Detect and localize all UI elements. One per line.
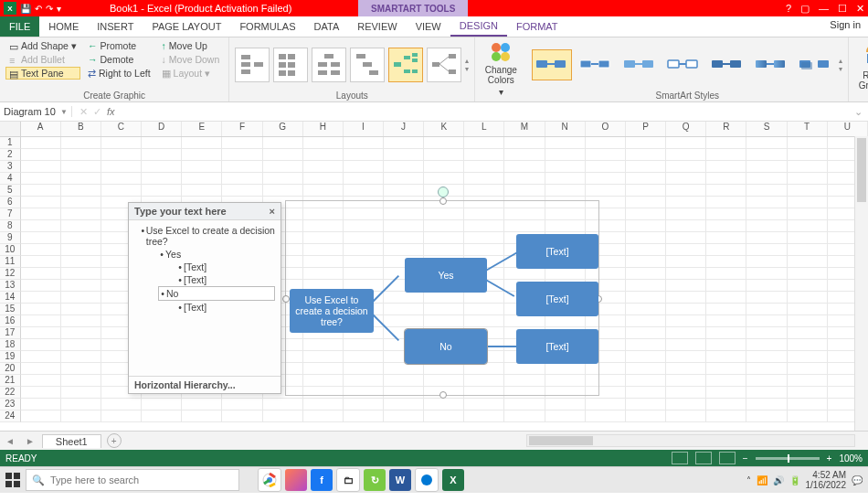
taskbar-clock[interactable]: 4:52 AM1/16/2022: [806, 470, 847, 490]
cell[interactable]: [746, 410, 787, 422]
cell[interactable]: [21, 327, 61, 339]
cell[interactable]: [21, 137, 61, 149]
cell[interactable]: [222, 161, 262, 173]
cell[interactable]: [706, 304, 746, 315]
cell[interactable]: [21, 232, 61, 244]
cell[interactable]: [666, 268, 706, 280]
cell[interactable]: [746, 292, 787, 304]
cell[interactable]: [61, 280, 101, 292]
cell[interactable]: [344, 137, 384, 149]
cell[interactable]: [504, 410, 545, 422]
style-option-1-selected[interactable]: [532, 49, 572, 80]
smartart-root-node[interactable]: Use Excel to create a decision tree?: [290, 289, 374, 333]
cell[interactable]: [21, 315, 61, 327]
tab-formulas[interactable]: FORMULAS: [230, 16, 304, 37]
cell[interactable]: [746, 161, 787, 173]
cell[interactable]: [303, 410, 344, 422]
cell[interactable]: [142, 173, 182, 185]
cell[interactable]: [626, 304, 666, 315]
cell[interactable]: [61, 410, 101, 422]
cell[interactable]: [626, 185, 666, 197]
cell[interactable]: [61, 149, 101, 161]
cell[interactable]: [303, 185, 344, 197]
cell[interactable]: [504, 173, 545, 185]
column-header[interactable]: N: [545, 122, 586, 136]
column-header[interactable]: H: [303, 122, 344, 136]
cell[interactable]: [586, 149, 626, 161]
cancel-formula-icon[interactable]: ✕: [79, 106, 88, 118]
smartart-diagram[interactable]: Use Excel to create a decision tree? Yes…: [285, 200, 599, 396]
cell[interactable]: [21, 208, 61, 220]
cell[interactable]: [424, 161, 464, 173]
cell[interactable]: [626, 149, 666, 161]
cell[interactable]: [344, 410, 384, 422]
task-folder-icon[interactable]: 🗀: [336, 468, 360, 492]
cell[interactable]: [788, 232, 828, 244]
cell[interactable]: [344, 399, 384, 410]
cell[interactable]: [222, 399, 262, 410]
resize-handle[interactable]: [282, 295, 290, 303]
cell[interactable]: [788, 363, 828, 375]
cell[interactable]: [344, 185, 384, 197]
cell[interactable]: [706, 292, 746, 304]
cell[interactable]: [384, 410, 424, 422]
style-option-6[interactable]: [751, 49, 791, 80]
taskbar-search[interactable]: 🔍Type here to search: [26, 469, 239, 491]
cell[interactable]: [706, 339, 746, 351]
cell[interactable]: [788, 375, 828, 387]
cell[interactable]: [545, 149, 586, 161]
demote-button[interactable]: →Demote: [84, 53, 154, 66]
cell[interactable]: [788, 280, 828, 292]
text-pane-item[interactable]: •[Text]: [176, 273, 275, 286]
cell[interactable]: [626, 399, 666, 410]
tab-view[interactable]: VIEW: [407, 16, 450, 37]
row-header[interactable]: 14: [0, 292, 21, 304]
style-option-4[interactable]: [663, 49, 704, 80]
cell[interactable]: [746, 363, 787, 375]
add-bullet-button[interactable]: ≡Add Bullet: [5, 53, 80, 66]
text-pane-button[interactable]: ▤Text Pane: [5, 67, 80, 80]
cell[interactable]: [666, 256, 706, 268]
cell[interactable]: [666, 208, 706, 220]
cell[interactable]: [666, 161, 706, 173]
cell[interactable]: [626, 327, 666, 339]
cell[interactable]: [21, 351, 61, 363]
column-header[interactable]: S: [746, 122, 787, 136]
styles-more-button[interactable]: ▴▾: [839, 57, 842, 73]
cell[interactable]: [626, 268, 666, 280]
cell[interactable]: [746, 351, 787, 363]
style-option-3[interactable]: [619, 49, 660, 80]
promote-button[interactable]: ←Promote: [84, 39, 154, 52]
tab-insert[interactable]: INSERT: [88, 16, 143, 37]
row-header[interactable]: 21: [0, 375, 21, 387]
cell[interactable]: [303, 399, 344, 410]
cell[interactable]: [545, 410, 586, 422]
cell[interactable]: [666, 363, 706, 375]
cell[interactable]: [586, 410, 626, 422]
cell[interactable]: [666, 292, 706, 304]
cell[interactable]: [788, 410, 828, 422]
cell[interactable]: [61, 268, 101, 280]
layout-option-4[interactable]: [350, 48, 385, 82]
cell[interactable]: [303, 149, 344, 161]
smartart-node-yes[interactable]: Yes: [405, 258, 487, 293]
text-pane-item[interactable]: •No: [158, 286, 275, 301]
row-header[interactable]: 4: [0, 173, 21, 185]
cell[interactable]: [61, 185, 101, 197]
save-icon[interactable]: 💾: [20, 4, 31, 14]
cell[interactable]: [746, 339, 787, 351]
cell[interactable]: [746, 256, 787, 268]
cell[interactable]: [706, 351, 746, 363]
cell[interactable]: [21, 161, 61, 173]
column-header[interactable]: B: [61, 122, 101, 136]
cell[interactable]: [626, 208, 666, 220]
cell[interactable]: [504, 137, 545, 149]
view-page-layout-button[interactable]: [695, 452, 712, 464]
cell[interactable]: [21, 292, 61, 304]
cell[interactable]: [666, 304, 706, 315]
cell[interactable]: [101, 137, 142, 149]
column-header[interactable]: Q: [666, 122, 706, 136]
layout-option-2[interactable]: [273, 48, 308, 82]
cell[interactable]: [21, 256, 61, 268]
cell[interactable]: [746, 208, 787, 220]
